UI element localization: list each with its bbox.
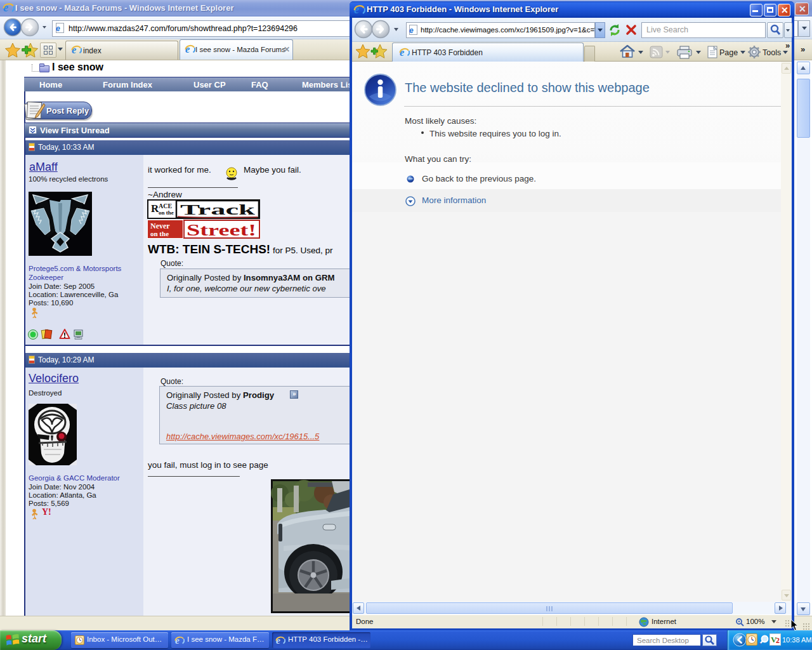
svg-text:Never: Never — [150, 222, 170, 230]
svg-text:Street!: Street! — [187, 221, 256, 239]
svg-text:Page: Page — [719, 48, 738, 57]
svg-text:on the: on the — [159, 209, 174, 216]
svg-text:on the: on the — [150, 230, 169, 237]
svg-text:Track: Track — [180, 201, 256, 218]
svg-text:ACE: ACE — [159, 202, 172, 209]
svg-text:Tools: Tools — [763, 48, 781, 57]
